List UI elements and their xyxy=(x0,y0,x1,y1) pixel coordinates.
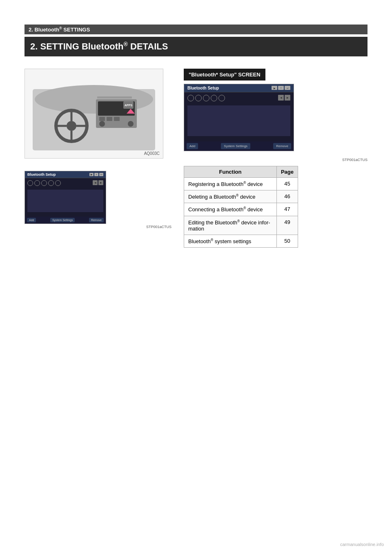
next-icon-lg: ▶ xyxy=(285,95,290,101)
page-cell-2: 46 xyxy=(276,190,298,203)
bt-system-btn-small[interactable]: System Settings xyxy=(50,218,75,222)
screen-label-box: "Bluetooth* Setup" SCREEN xyxy=(184,69,265,81)
back-icon: ↩ xyxy=(99,173,103,176)
signal-icon-lg: ▶ xyxy=(272,86,277,90)
function-cell-4: Editing the Bluetooth® device infor-mati… xyxy=(184,216,277,235)
signal-icon: ▶ xyxy=(89,173,94,176)
right-column: "Bluetooth* Setup" SCREEN Bluetooth Setu… xyxy=(184,69,368,248)
title-reg: ® xyxy=(124,41,128,47)
section-suffix: SETTINGS xyxy=(62,27,90,33)
battery-icon: ▪ xyxy=(94,173,98,176)
left-column: APPS AQ003C Bluetooth Setup xyxy=(24,69,172,229)
watermark: carmanualsonline.info xyxy=(340,542,384,547)
back-icon-lg: ↩ xyxy=(285,86,290,90)
table-row: Registering a Bluetooth® device 45 xyxy=(184,177,298,190)
main-title: 2. SETTING Bluetooth® DETAILS xyxy=(24,37,368,56)
table-row: Connecting a Bluetooth® device 47 xyxy=(184,203,298,216)
svg-rect-11 xyxy=(107,117,112,121)
bt-screen-large-label: STP001aCTUS xyxy=(184,158,368,162)
bt-circles-row-large: ◀ ▶ xyxy=(184,92,294,104)
bt-add-btn-small[interactable]: Add xyxy=(27,218,36,222)
table-row: Bluetooth® system settings 50 xyxy=(184,235,298,247)
bt-circle-lg-4 xyxy=(211,95,217,101)
svg-rect-12 xyxy=(114,117,120,121)
table-row: Deleting a Bluetooth® device 46 xyxy=(184,190,298,203)
svg-rect-18 xyxy=(97,96,132,98)
bt-screen-small-label: STP001aCTUS xyxy=(24,225,172,229)
bt-circle-3 xyxy=(41,180,47,186)
col-function-header: Function xyxy=(184,166,277,177)
bt-circle-2 xyxy=(34,180,40,186)
car-image-container: APPS AQ003C xyxy=(24,69,163,159)
function-cell-2: Deleting a Bluetooth® device xyxy=(184,190,277,203)
svg-point-17 xyxy=(128,121,134,127)
bt-circle-lg-3 xyxy=(203,95,209,101)
bt-screen-small: Bluetooth Setup ▶ ▪ ↩ xyxy=(24,171,106,224)
page-cell-3: 47 xyxy=(276,203,298,216)
function-cell-5: Bluetooth® system settings xyxy=(184,235,277,247)
next-icon: ▶ xyxy=(98,180,103,185)
function-cell-3: Connecting a Bluetooth® device xyxy=(184,203,277,216)
function-table: Function Page Registering a Bluetooth® d… xyxy=(184,166,298,248)
bt-circles-row-small: ◀ ▶ xyxy=(25,178,106,188)
bt-add-btn-large[interactable]: Add xyxy=(187,143,198,149)
function-cell-1: Registering a Bluetooth® device xyxy=(184,177,277,190)
bt-circle-lg-1 xyxy=(187,95,194,101)
prev-icon-lg: ◀ xyxy=(278,95,284,101)
section-header-bar: 2. Bluetooth® SETTINGS xyxy=(24,25,368,34)
bt-screen-title-small: Bluetooth Setup xyxy=(27,172,56,177)
battery-icon-lg: ▪ xyxy=(278,86,284,90)
bt-circle-lg-2 xyxy=(195,95,202,101)
content-area: APPS AQ003C Bluetooth Setup xyxy=(24,69,368,248)
car-interior-svg: APPS xyxy=(33,77,155,150)
bt-circle-1 xyxy=(27,180,33,186)
bt-remove-btn-large[interactable]: Remove xyxy=(273,143,291,149)
svg-point-3 xyxy=(67,121,76,131)
bt-screen-icons-large: ▶ ▪ ↩ xyxy=(272,86,290,90)
bt-content-area-small xyxy=(27,190,103,212)
bt-screen-large: Bluetooth Setup ▶ ▪ ↩ ◀ ▶ xyxy=(184,84,294,151)
bt-content-area-large xyxy=(187,105,290,136)
prev-icon: ◀ xyxy=(93,180,98,185)
svg-point-16 xyxy=(99,121,105,127)
bt-remove-btn-small[interactable]: Remove xyxy=(89,218,104,222)
section-reg: ® xyxy=(59,26,62,30)
bt-screen-inner: Bluetooth Setup ▶ ▪ ↩ xyxy=(25,171,106,212)
bt-screen-title-large: Bluetooth Setup xyxy=(187,86,219,90)
bt-circle-lg-5 xyxy=(218,95,225,101)
section-label: 2. Bluetooth xyxy=(29,27,59,33)
page-container: 2. Bluetooth® SETTINGS 2. SETTING Blueto… xyxy=(0,0,392,555)
page-cell-5: 50 xyxy=(276,235,298,247)
bt-bottom-bar-small: Add System Settings Remove xyxy=(25,217,106,224)
page-cell-1: 45 xyxy=(276,177,298,190)
bt-circle-5 xyxy=(55,180,61,186)
title-suffix: DETAILS xyxy=(128,42,168,52)
bt-system-btn-large[interactable]: System Settings xyxy=(221,143,250,149)
col-page-header: Page xyxy=(276,166,298,177)
bt-bottom-bar-large: Add System Settings Remove xyxy=(184,141,294,151)
bt-screen-icons-small: ▶ ▪ ↩ xyxy=(89,173,103,176)
title-prefix: 2. SETTING Bluetooth xyxy=(30,42,124,52)
table-row: Editing the Bluetooth® device infor-mati… xyxy=(184,216,298,235)
page-cell-4: 49 xyxy=(276,216,298,235)
bt-screen-header-small: Bluetooth Setup ▶ ▪ ↩ xyxy=(25,171,106,178)
small-screen-area: Bluetooth Setup ▶ ▪ ↩ xyxy=(24,171,172,229)
bt-circle-4 xyxy=(48,180,54,186)
svg-rect-10 xyxy=(99,117,105,121)
car-image-label: AQ003C xyxy=(144,151,160,156)
svg-text:APPS: APPS xyxy=(125,104,132,107)
bt-screen-header-large: Bluetooth Setup ▶ ▪ ↩ xyxy=(184,84,294,92)
